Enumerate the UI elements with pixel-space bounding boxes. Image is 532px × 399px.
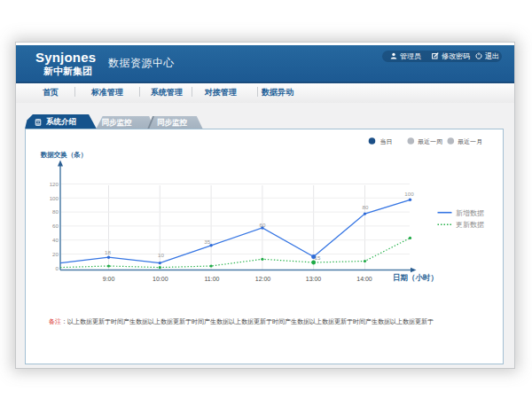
svg-text:新增数据: 新增数据 xyxy=(456,208,484,216)
svg-text:120: 120 xyxy=(50,180,59,186)
svg-text:数据交换（条）: 数据交换（条） xyxy=(40,151,88,159)
svg-text:35: 35 xyxy=(204,239,210,245)
svg-text:最近一周: 最近一周 xyxy=(418,137,442,144)
svg-text:80: 80 xyxy=(363,203,369,209)
svg-text:100: 100 xyxy=(50,194,59,200)
svg-text:当日: 当日 xyxy=(380,137,393,145)
svg-text:12:00: 12:00 xyxy=(255,276,271,282)
svg-text:最近一月: 最近一月 xyxy=(458,137,482,145)
svg-text:18: 18 xyxy=(105,249,111,255)
svg-text:13:00: 13:00 xyxy=(306,276,322,282)
svg-text:20: 20 xyxy=(52,250,59,256)
svg-text:日期（小时）: 日期（小时） xyxy=(393,273,438,282)
svg-text:80: 80 xyxy=(52,208,59,215)
svg-text:60: 60 xyxy=(52,223,59,229)
svg-text:100: 100 xyxy=(404,191,414,197)
svg-text:60: 60 xyxy=(260,221,266,227)
svg-text:10: 10 xyxy=(158,252,164,258)
svg-text:40: 40 xyxy=(52,236,59,242)
svg-text:14:00: 14:00 xyxy=(356,276,372,282)
svg-text:11:00: 11:00 xyxy=(205,276,220,282)
svg-text:15: 15 xyxy=(315,254,321,260)
svg-text:0: 0 xyxy=(56,264,59,270)
svg-text:9:00: 9:00 xyxy=(103,276,115,282)
svg-text:10:00: 10:00 xyxy=(153,276,168,282)
svg-text:更新数据: 更新数据 xyxy=(456,221,484,229)
